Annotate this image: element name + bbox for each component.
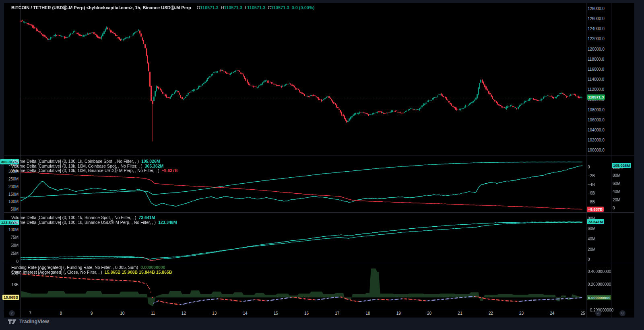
funding-rate-value-label: 0.000000000 <box>587 295 611 300</box>
axis-tick-label: 40M <box>613 190 620 194</box>
axis-tick-label: 20M <box>588 248 595 252</box>
axis-tick-label: 80M <box>613 174 620 178</box>
time-axis-label: 13 <box>212 311 217 316</box>
axis-tick-label: 114000.0 <box>588 78 604 82</box>
axis-tick-label: 0.400000000 <box>588 270 611 274</box>
indicator-legend-label: Volume Delta [Cumulative] (0, 10k, 10M, … <box>11 164 142 168</box>
axis-tick-label: 150M <box>5 193 19 197</box>
time-axis-label: 20 <box>427 311 431 316</box>
indicator-legend-row[interactable]: Open Interest [Aggregated] (, Close, No … <box>11 270 172 275</box>
volume-delta-legend-pane2: Volume Delta [Cumulative] (0, 100, 1k, C… <box>11 159 178 173</box>
tradingview-page: BITCOIN / TETHER (USDⓈ-M Perp) <hyblockc… <box>0 0 644 330</box>
axis-tick-label: −2B <box>588 174 595 178</box>
axis-tick-label: −8B <box>588 200 595 204</box>
time-axis-label: 19 <box>396 311 401 316</box>
time-axis-label: 14 <box>243 311 247 316</box>
time-axis-label: 16 <box>304 311 309 316</box>
cvd-coinbase-1k-value-label: 105.026M <box>612 163 631 168</box>
scale-mode-a-button[interactable]: A <box>595 310 601 316</box>
chart-widget: BITCOIN / TETHER (USDⓈ-M Perp) <hyblockc… <box>4 3 634 318</box>
axis-tick-label: 108000.0 <box>588 108 605 112</box>
scale-separator[interactable] <box>586 3 586 318</box>
main-chart-legend[interactable]: BITCOIN / TETHER (USDⓈ-M Perp) <hyblockc… <box>11 5 314 11</box>
axis-tick-label: 124000.0 <box>588 27 605 31</box>
time-axis-label: 22 <box>489 311 493 316</box>
axis-tick-label: 126000.0 <box>588 17 605 21</box>
high-value: 110571.3 <box>224 5 242 10</box>
axis-tick-label: 50M <box>5 207 19 211</box>
tradingview-logo-text[interactable]: TradingView <box>19 319 49 324</box>
indicator-legend-label: Volume Delta [Cumulative] (0, 100, 1k, B… <box>11 220 156 225</box>
axis-tick-label: 122000.0 <box>588 37 605 41</box>
axis-tick-label: 200M <box>5 185 19 189</box>
indicator-legend-row[interactable]: Volume Delta [Cumulative] (0, 100, 1k, B… <box>11 220 177 225</box>
last-price-label: 110571.3 <box>587 94 605 100</box>
axis-tick-label: 104000.0 <box>588 128 605 132</box>
indicator-legend-value: 0.000000000 <box>140 265 165 270</box>
axis-tick-label: 112000.0 <box>588 88 604 92</box>
axis-tick-label: 0.200000000 <box>588 283 611 287</box>
indicator-legend-row[interactable]: Volume Delta [Cumulative] (0, 10k, 10M, … <box>11 168 178 173</box>
axis-tick-label: 50M <box>5 244 19 248</box>
axis-tick-label: 75M <box>5 236 19 240</box>
cvd-binance-spot-value-label: 73.641M <box>587 219 604 224</box>
pane-separator[interactable] <box>4 212 634 213</box>
axis-tick-label: 116000.0 <box>588 68 604 72</box>
time-axis-label: 17 <box>335 311 339 316</box>
axis-tick-label: 25M <box>5 252 19 256</box>
indicator-legend-value: 365.362M <box>145 164 164 168</box>
axis-tick-label: 128000.0 <box>588 7 605 11</box>
axis-tick-label: 0 <box>5 260 19 264</box>
indicator-legend-label: Volume Delta [Cumulative] (0, 100, 1k, C… <box>11 159 139 164</box>
axis-tick-label: 60M <box>613 182 620 186</box>
time-axis-label: 23 <box>519 311 524 316</box>
time-axis-label: 21 <box>458 311 462 316</box>
scale-mode-b-button[interactable]: B <box>619 310 625 316</box>
tradingview-logo-icon[interactable] <box>8 319 17 325</box>
funding-oi-legend-pane4: Funding Rate [Aggregated] (, Funding Rat… <box>11 265 172 275</box>
axis-tick-label: 18B <box>5 283 19 287</box>
change-value: 0.0 (0.00%) <box>292 5 315 10</box>
indicator-legend-value: 73.641M <box>138 215 155 220</box>
close-value: 110571.3 <box>271 5 289 10</box>
indicator-legend-value: 123.348M <box>158 220 177 225</box>
axis-tick-label: 120000.0 <box>588 47 605 51</box>
timezone-button[interactable]: Z <box>9 310 15 316</box>
axis-tick-label: 106000.0 <box>588 118 605 122</box>
time-axis-label: 9 <box>91 311 93 316</box>
indicator-legend-label: Open Interest [Aggregated] (, Close, No … <box>11 270 102 275</box>
open-interest-value-label: 15.865B <box>2 295 19 300</box>
symbol-title[interactable]: BITCOIN / TETHER (USDⓈ-M Perp) <hyblockc… <box>11 5 191 10</box>
axis-tick-label: 20M <box>613 198 620 202</box>
axis-tick-label: 100000.0 <box>588 148 605 152</box>
main-chart-canvas[interactable] <box>20 3 586 156</box>
time-axis-label: 12 <box>182 311 186 316</box>
axis-tick-label: 100M <box>5 200 19 204</box>
time-axis-label: 24 <box>550 311 554 316</box>
low-value: 110571.3 <box>247 5 265 10</box>
pane-separator[interactable] <box>4 309 634 309</box>
high-label: H <box>221 5 224 10</box>
time-axis-label: 18 <box>366 311 370 316</box>
time-axis-label: 11 <box>151 311 155 316</box>
time-axis-label: 15 <box>274 311 278 316</box>
footer-bar: TradingView <box>4 318 634 325</box>
indicator-legend-label: Volume Delta [Cumulative] (0, 100, 1k, B… <box>11 215 136 220</box>
time-axis-label: 8 <box>60 311 62 316</box>
indicator-legend-label: Funding Rate [Aggregated] (, Funding Rat… <box>11 265 138 270</box>
axis-tick-label: −6B <box>588 191 595 195</box>
cvd-binance-perp-value-label: −9.637B <box>587 207 604 212</box>
indicator-legend-value: −9.637B <box>162 168 178 173</box>
axis-tick-label: 250M <box>5 177 19 181</box>
axis-tick-label: −4B <box>588 183 595 187</box>
axis-tick-label: 100M <box>5 228 19 232</box>
open-value: 110571.3 <box>200 5 218 10</box>
pane-separator[interactable] <box>4 156 634 156</box>
pane-separator[interactable] <box>4 263 634 263</box>
time-axis-label: 10 <box>120 311 124 316</box>
indicator-legend-value: 15.865B 15.908B 15.844B 15.865B <box>105 270 172 275</box>
indicator-legend-value: 105.026M <box>141 159 160 164</box>
volume-delta-legend-pane3: Volume Delta [Cumulative] (0, 100, 1k, B… <box>11 215 177 225</box>
axis-tick-label: 118000.0 <box>588 57 604 61</box>
axis-tick-label: 60M <box>588 227 595 231</box>
